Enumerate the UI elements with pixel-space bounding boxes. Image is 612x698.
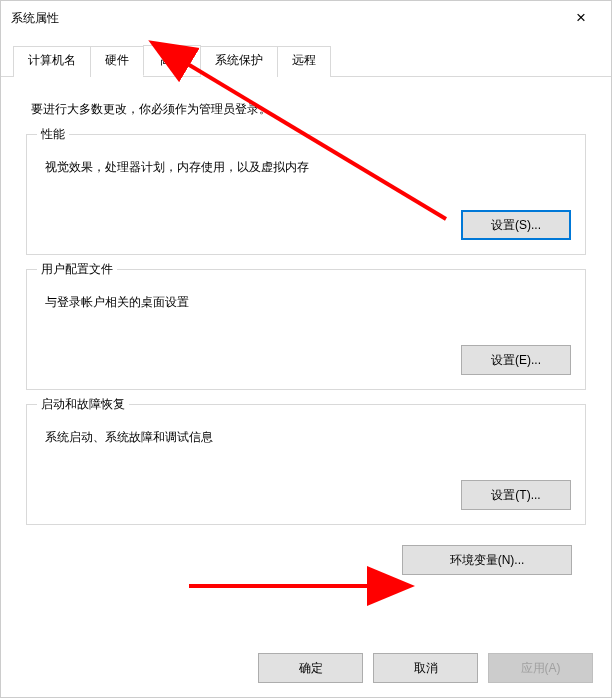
- environment-variables-button[interactable]: 环境变量(N)...: [402, 545, 572, 575]
- tab-hardware[interactable]: 硬件: [90, 46, 144, 77]
- dialog-footer-buttons: 确定 取消 应用(A): [258, 653, 593, 683]
- dialog-title: 系统属性: [11, 10, 59, 27]
- profiles-desc: 与登录帐户相关的桌面设置: [45, 294, 571, 311]
- tab-computer-name[interactable]: 计算机名: [13, 46, 91, 77]
- startup-settings-button[interactable]: 设置(T)...: [461, 480, 571, 510]
- system-properties-dialog: 系统属性 × 计算机名 硬件 高级 系统保护 远程 要进行大多数更改，你必须作为…: [0, 0, 612, 698]
- startup-title: 启动和故障恢复: [37, 396, 129, 413]
- apply-button: 应用(A): [488, 653, 593, 683]
- performance-settings-button[interactable]: 设置(S)...: [461, 210, 571, 240]
- performance-desc: 视觉效果，处理器计划，内存使用，以及虚拟内存: [45, 159, 571, 176]
- close-icon[interactable]: ×: [561, 3, 601, 33]
- performance-group: 性能 视觉效果，处理器计划，内存使用，以及虚拟内存 设置(S)...: [26, 134, 586, 255]
- tab-system-protection[interactable]: 系统保护: [200, 46, 278, 77]
- cancel-button[interactable]: 取消: [373, 653, 478, 683]
- profiles-group: 用户配置文件 与登录帐户相关的桌面设置 设置(E)...: [26, 269, 586, 390]
- profiles-settings-button[interactable]: 设置(E)...: [461, 345, 571, 375]
- profiles-title: 用户配置文件: [37, 261, 117, 278]
- titlebar: 系统属性 ×: [1, 1, 611, 35]
- tab-bar: 计算机名 硬件 高级 系统保护 远程: [1, 45, 611, 77]
- tab-remote[interactable]: 远程: [277, 46, 331, 77]
- performance-title: 性能: [37, 126, 69, 143]
- content-area: 要进行大多数更改，你必须作为管理员登录。 性能 视觉效果，处理器计划，内存使用，…: [1, 77, 611, 585]
- ok-button[interactable]: 确定: [258, 653, 363, 683]
- tab-advanced[interactable]: 高级: [143, 45, 201, 76]
- startup-group: 启动和故障恢复 系统启动、系统故障和调试信息 设置(T)...: [26, 404, 586, 525]
- startup-desc: 系统启动、系统故障和调试信息: [45, 429, 571, 446]
- intro-text: 要进行大多数更改，你必须作为管理员登录。: [31, 101, 581, 118]
